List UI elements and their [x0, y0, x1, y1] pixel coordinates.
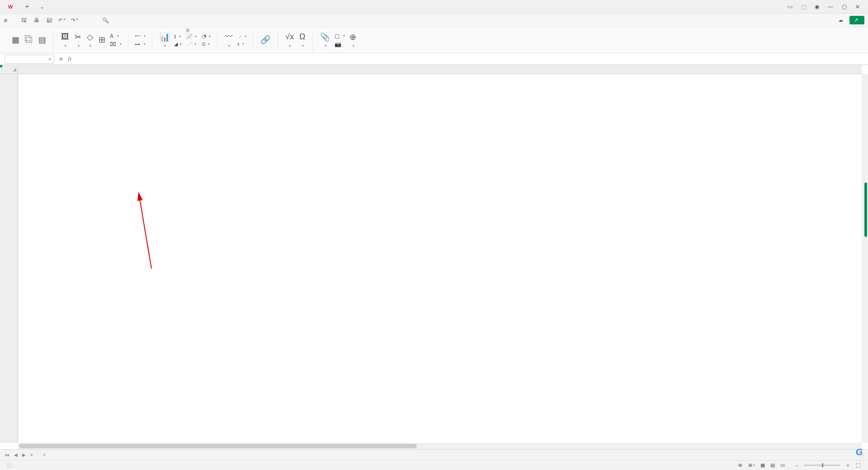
sheet-list-icon[interactable]: ≡	[29, 452, 34, 457]
chart-icon: 📊	[160, 33, 170, 42]
menu-icon[interactable]: ≡	[4, 17, 7, 24]
mindmap-button[interactable]: ⊶▾	[133, 41, 147, 48]
row-headers[interactable]	[0, 74, 18, 443]
fullscreen-icon[interactable]: ⛶	[853, 463, 863, 468]
wordart-icon: A	[110, 33, 113, 39]
view-target-icon[interactable]: ⊕▾	[745, 462, 758, 468]
ime-indicator[interactable]	[858, 454, 864, 456]
chart-type-area-icon[interactable]: ◢▾	[172, 41, 184, 47]
chart-type-pie-icon[interactable]: ◔▾	[200, 33, 212, 40]
camera-button[interactable]: 📷	[333, 41, 347, 48]
sparkline-bar-icon[interactable]: ⫾▾	[236, 41, 248, 47]
attach-button[interactable]: 📎▾	[317, 33, 333, 48]
add-sheet-button[interactable]: ＋	[38, 451, 51, 459]
pivot-table-icon: ▦	[12, 35, 19, 44]
shape-icon: ◇	[87, 33, 93, 42]
maximize-button[interactable]: ▢	[837, 0, 851, 14]
symbol-button[interactable]: Ω▾	[297, 33, 308, 48]
attach-icon: 📎	[320, 33, 330, 42]
cells-area[interactable]	[18, 74, 862, 443]
save-icon[interactable]: 🖫	[20, 17, 28, 24]
sheet-next-icon[interactable]: ▶	[21, 452, 27, 457]
horizontal-scrollbar[interactable]	[18, 443, 862, 449]
sheet-first-icon[interactable]: ⏮	[4, 452, 11, 457]
view-eye-icon[interactable]: 👁	[735, 463, 745, 468]
sheet-prev-icon[interactable]: ◀	[13, 452, 19, 457]
zoom-in-button[interactable]: ＋	[843, 462, 853, 469]
wps-logo-icon: W	[8, 4, 13, 9]
sync-status[interactable]: ☁	[838, 17, 845, 23]
cube-icon[interactable]: ⬚	[797, 0, 810, 14]
form-icon: ▢	[335, 33, 340, 39]
new-tab-button[interactable]: ＋	[19, 2, 35, 11]
name-box[interactable]	[5, 55, 54, 64]
textbox-button[interactable]: ⌧▾	[108, 41, 123, 48]
sparkline-icon: 〰	[225, 33, 233, 42]
flowchart-icon: ⬳	[135, 33, 140, 39]
table-button[interactable]: ▤	[36, 35, 49, 45]
zoom-out-button[interactable]: −	[793, 463, 801, 468]
mindmap-icon: ⊶	[135, 41, 140, 47]
cancel-icon[interactable]: ✕	[59, 56, 63, 62]
shape-button[interactable]: ◇▾	[84, 33, 96, 48]
tab-list-button[interactable]: ⌄	[35, 4, 49, 10]
form-button[interactable]: ▢▾	[333, 33, 347, 40]
pivot-chart-button[interactable]: ⿻	[22, 35, 36, 45]
redo-icon[interactable]: ↷▾	[71, 17, 79, 24]
view-page-icon[interactable]: ▤	[768, 462, 778, 468]
vertical-scrollbar[interactable]	[862, 74, 868, 443]
textbox-icon: ⌧	[110, 41, 116, 47]
symbol-icon: Ω	[299, 33, 305, 42]
print-icon[interactable]: 🖶	[33, 17, 41, 24]
status-bar: ⬚ 👁 ⊕▾ ▦ ▤ ▭ − ＋ ⛶	[0, 460, 868, 470]
cloud-icon: ☁	[838, 17, 843, 23]
column-headers[interactable]	[18, 65, 862, 74]
menu-bar: ≡ 🖫 🖶 🗟 ↶▾ ↷▾ 🔍 ☁ ↗	[0, 14, 868, 27]
view-break-icon[interactable]: ▭	[778, 462, 788, 468]
chart-type-line-icon[interactable]: 📈▾	[184, 33, 198, 40]
flowchart-button[interactable]: ⬳▾	[133, 33, 147, 40]
view-normal-icon[interactable]: ▦	[758, 462, 768, 468]
preview-icon[interactable]: 🗟	[45, 17, 53, 24]
spreadsheet-grid[interactable]	[0, 65, 868, 449]
wordart-button[interactable]: A▾	[108, 33, 123, 40]
hyperlink-button[interactable]: 🔗	[258, 35, 273, 45]
formula-icon: √x	[285, 33, 294, 42]
sparkline-line-icon[interactable]: ⟋▾	[236, 33, 248, 40]
panel-icon[interactable]: ▭	[783, 0, 797, 14]
sparkline-button[interactable]: 〰▾	[222, 33, 236, 48]
icon-button[interactable]: ⊞	[96, 35, 108, 45]
search-icon[interactable]: 🔍	[101, 17, 109, 24]
pivot-table-button[interactable]: ▦	[9, 35, 22, 45]
screenshot-button[interactable]: ✂▾	[72, 33, 84, 48]
title-bar: W ＋ ⌄ ▭ ⬚ ◉ — ▢ ✕	[0, 0, 868, 14]
fx-icon[interactable]: fx	[68, 56, 72, 62]
chart-type-scatter-icon[interactable]: ⋰▾	[185, 41, 198, 47]
zoom-slider[interactable]	[804, 465, 840, 466]
screenshot-icon: ✂	[75, 33, 81, 42]
more-icon: ⊕	[349, 33, 356, 42]
select-all-corner[interactable]	[0, 65, 18, 74]
allcharts-button[interactable]: 📊▾	[157, 33, 172, 48]
hyperlink-icon: 🔗	[260, 35, 270, 44]
undo-icon[interactable]: ↶▾	[58, 17, 66, 24]
camera-icon: 📷	[335, 41, 341, 47]
image-button[interactable]: 🖼▾	[58, 33, 72, 48]
formula-input[interactable]	[76, 55, 863, 64]
close-button[interactable]: ✕	[851, 0, 864, 14]
chart-type-bar-icon[interactable]: ⫿▾	[172, 33, 183, 40]
more-material-button[interactable]: ⊕▾	[347, 33, 359, 48]
chart-type-more-icon[interactable]: ⊙▾	[200, 41, 212, 47]
formula-bar: ✕ fx	[0, 53, 868, 65]
image-icon: 🖼	[61, 33, 69, 42]
status-mode-icon[interactable]: ⬚	[5, 462, 14, 468]
formula-button[interactable]: √x▾	[283, 33, 297, 48]
minimize-button[interactable]: —	[824, 0, 837, 14]
avatar-icon[interactable]: ◉	[810, 0, 824, 14]
table-icon: ▤	[38, 35, 46, 44]
share-button[interactable]: ↗	[849, 16, 864, 24]
icon-grid-icon: ⊞	[99, 35, 105, 44]
app-logo: W	[4, 4, 19, 9]
sheet-tab-bar: ⏮ ◀ ▶ ≡ ＋	[0, 449, 868, 460]
share-icon: ↗	[854, 17, 858, 23]
